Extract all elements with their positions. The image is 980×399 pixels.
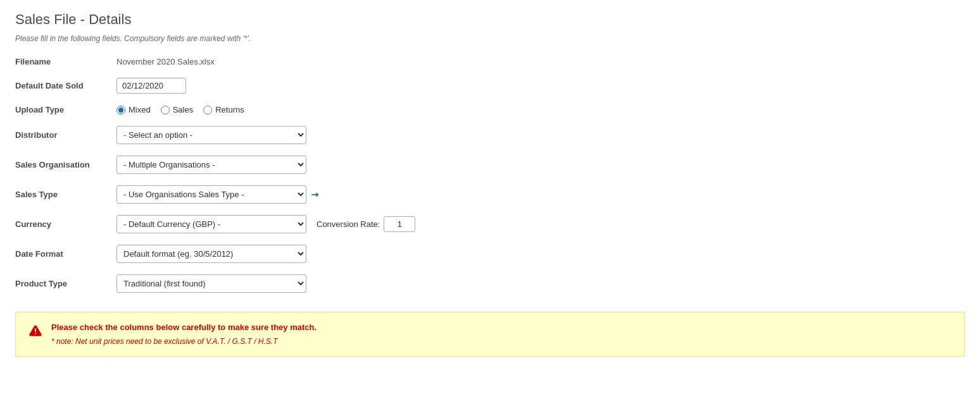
currency-label: Currency [15, 219, 116, 229]
upload-type-mixed[interactable]: Mixed [116, 105, 151, 114]
upload-type-sales-label: Sales [173, 105, 194, 114]
sales-organisation-label: Sales Organisation [15, 160, 116, 169]
subtitle: Please fill in the following fields. Com… [15, 34, 965, 43]
conversion-rate-input[interactable] [384, 216, 415, 232]
upload-type-label: Upload Type [15, 105, 116, 114]
product-type-select[interactable]: Traditional (first found) [116, 274, 306, 293]
conversion-rate-label: Conversion Rate: [317, 219, 380, 229]
upload-type-mixed-radio[interactable] [116, 106, 125, 114]
distributor-select[interactable]: - Select an option - [116, 126, 306, 144]
default-date-sold-label: Default Date Sold [15, 81, 116, 90]
sales-type-label: Sales Type [15, 190, 116, 199]
upload-type-radio-group: Mixed Sales Returns [116, 105, 244, 114]
default-date-sold-input[interactable] [116, 78, 186, 94]
alert-note-text: * note: Net unit prices need to be exclu… [51, 337, 317, 346]
distributor-row: Distributor - Select an option - [15, 126, 965, 144]
upload-type-returns-label: Returns [215, 105, 244, 114]
distributor-label: Distributor [15, 130, 116, 140]
date-format-row: Date Format Default format (eg. 30/5/201… [15, 245, 965, 263]
upload-type-sales-radio[interactable] [161, 106, 170, 114]
sales-type-row: Sales Type - Use Organisations Sales Typ… [15, 185, 965, 204]
date-format-label: Date Format [15, 249, 116, 259]
currency-row: Currency - Default Currency (GBP) - Conv… [15, 215, 965, 233]
alert-main-text: Please check the columns below carefully… [51, 322, 317, 332]
product-type-row: Product Type Traditional (first found) [15, 274, 965, 293]
default-date-sold-row: Default Date Sold [15, 78, 965, 94]
upload-type-sales[interactable]: Sales [161, 105, 194, 114]
sales-organisation-row: Sales Organisation - Multiple Organisati… [15, 156, 965, 174]
page-container: Sales File - Details Please fill in the … [0, 0, 980, 357]
sales-type-select[interactable]: - Use Organisations Sales Type - [116, 185, 306, 204]
currency-select[interactable]: - Default Currency (GBP) - [116, 215, 306, 233]
upload-type-row: Upload Type Mixed Sales Returns [15, 105, 965, 114]
filename-row: Filename November 2020 Sales.xlsx [15, 57, 965, 66]
upload-type-returns[interactable]: Returns [203, 105, 244, 114]
expand-icon[interactable]: ↗ [309, 188, 322, 201]
date-format-select[interactable]: Default format (eg. 30/5/2012) [116, 245, 306, 263]
upload-type-mixed-label: Mixed [129, 105, 151, 114]
sales-organisation-select[interactable]: - Multiple Organisations - [116, 156, 306, 174]
svg-point-1 [35, 333, 36, 335]
filename-label: Filename [15, 57, 116, 66]
warning-icon [28, 324, 42, 338]
filename-value: November 2020 Sales.xlsx [116, 57, 215, 66]
alert-box: Please check the columns below carefully… [15, 312, 965, 357]
page-title: Sales File - Details [15, 11, 965, 28]
product-type-label: Product Type [15, 279, 116, 288]
upload-type-returns-radio[interactable] [203, 106, 212, 114]
alert-text-container: Please check the columns below carefully… [51, 322, 317, 346]
